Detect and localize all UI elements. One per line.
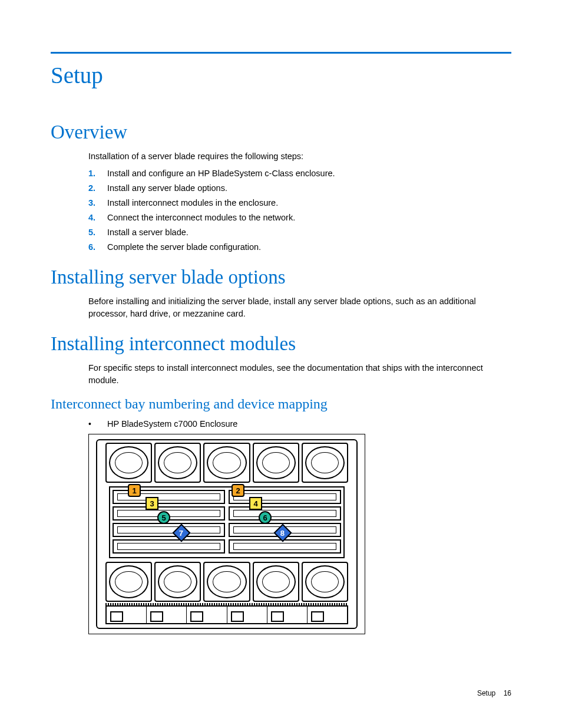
overview-body: Installation of a server blade requires … bbox=[88, 150, 511, 253]
fan-icon bbox=[203, 443, 250, 483]
psu-bay bbox=[227, 607, 267, 623]
fan-icon bbox=[105, 562, 152, 602]
overview-intro: Installation of a server blade requires … bbox=[88, 150, 511, 163]
step-item: 6.Complete the server blade configuratio… bbox=[88, 241, 511, 253]
step-text: Install and configure an HP BladeSystem … bbox=[107, 167, 335, 180]
heading-interconnect: Installing interconnect modules bbox=[51, 333, 511, 355]
psu-bay bbox=[147, 607, 187, 623]
step-number: 5. bbox=[88, 226, 107, 239]
bullet-icon: • bbox=[88, 418, 107, 430]
fan-icon bbox=[203, 562, 250, 602]
slot-row bbox=[113, 539, 341, 554]
interconnect-slot bbox=[113, 539, 225, 554]
step-text: Install any server blade options. bbox=[107, 182, 227, 195]
step-text: Connect the interconnect modules to the … bbox=[107, 212, 295, 224]
psu-bay bbox=[267, 607, 308, 623]
options-body: Before installing and initializing the s… bbox=[88, 295, 511, 320]
heading-overview: Overview bbox=[51, 121, 511, 143]
slot-row bbox=[113, 523, 341, 537]
interconnect-slot bbox=[229, 539, 341, 554]
page-footer: Setup 16 bbox=[477, 689, 511, 697]
step-number: 6. bbox=[88, 241, 107, 253]
interconnect-slot bbox=[229, 490, 341, 504]
page-title: Setup bbox=[51, 62, 511, 88]
interconnect-body-wrap: For specific steps to install interconne… bbox=[88, 362, 511, 387]
step-text: Install interconnect modules in the encl… bbox=[107, 197, 278, 209]
psu-bay bbox=[107, 607, 147, 623]
step-item: 4.Connect the interconnect modules to th… bbox=[88, 212, 511, 224]
bay-bullet-list: •HP BladeSystem c7000 Enclosure bbox=[88, 418, 511, 430]
step-number: 2. bbox=[88, 182, 107, 195]
step-item: 3.Install interconnect modules in the en… bbox=[88, 197, 511, 209]
bay-label-2: 2 bbox=[232, 484, 244, 497]
fan-row-bottom bbox=[105, 562, 348, 602]
interconnect-slot bbox=[229, 506, 341, 521]
chassis-outline bbox=[96, 439, 358, 629]
enclosure-diagram: 1 2 3 4 5 6 7 8 bbox=[88, 434, 365, 634]
fan-icon bbox=[253, 562, 299, 602]
step-number: 3. bbox=[88, 197, 107, 209]
fan-icon bbox=[253, 443, 299, 483]
interconnect-slot bbox=[113, 523, 225, 537]
psu-bay bbox=[308, 607, 347, 623]
step-item: 5.Install a server blade. bbox=[88, 226, 511, 239]
fan-icon bbox=[302, 562, 348, 602]
fan-icon bbox=[105, 443, 152, 483]
interconnect-block bbox=[109, 486, 345, 558]
step-item: 2.Install any server blade options. bbox=[88, 182, 511, 195]
list-item: •HP BladeSystem c7000 Enclosure bbox=[88, 418, 511, 430]
step-item: 1.Install and configure an HP BladeSyste… bbox=[88, 167, 511, 180]
fan-icon bbox=[154, 562, 201, 602]
bullet-text: HP BladeSystem c7000 Enclosure bbox=[107, 418, 237, 430]
fan-icon bbox=[302, 443, 348, 483]
interconnect-body: For specific steps to install interconne… bbox=[88, 362, 511, 387]
footer-page-number: 16 bbox=[504, 689, 511, 697]
step-number: 4. bbox=[88, 212, 107, 224]
step-text: Install a server blade. bbox=[107, 226, 189, 239]
top-rule bbox=[51, 52, 511, 54]
bay-body: •HP BladeSystem c7000 Enclosure bbox=[88, 418, 511, 430]
bay-label-3: 3 bbox=[146, 497, 158, 510]
fan-icon bbox=[154, 443, 201, 483]
overview-steps: 1.Install and configure an HP BladeSyste… bbox=[88, 167, 511, 253]
fan-row-top bbox=[105, 443, 348, 483]
psu-strip bbox=[105, 605, 348, 624]
heading-bay-mapping: Interconnect bay numbering and device ma… bbox=[51, 396, 511, 412]
options-body-wrap: Before installing and initializing the s… bbox=[88, 295, 511, 320]
step-text: Complete the server blade configuration. bbox=[107, 241, 261, 253]
bay-label-4: 4 bbox=[249, 497, 262, 510]
heading-options: Installing server blade options bbox=[51, 266, 511, 288]
footer-section: Setup bbox=[477, 689, 495, 697]
step-number: 1. bbox=[88, 167, 107, 180]
bay-label-1: 1 bbox=[128, 484, 141, 497]
document-page: Setup Overview Installation of a server … bbox=[0, 0, 562, 728]
psu-bay bbox=[187, 607, 227, 623]
